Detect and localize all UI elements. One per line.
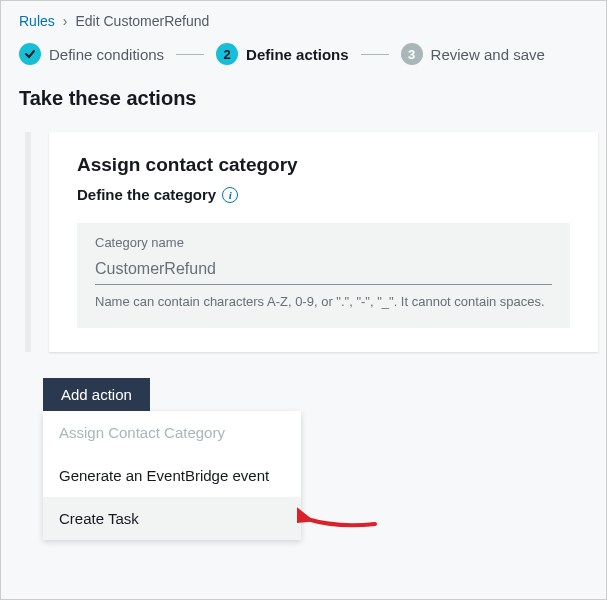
step-label: Define conditions: [49, 46, 164, 63]
info-icon[interactable]: i: [222, 187, 238, 203]
action-card-assign-category: Assign contact category Define the categ…: [49, 132, 598, 352]
step-define-actions[interactable]: 2 Define actions: [216, 43, 349, 65]
step-connector: [176, 54, 204, 55]
category-name-input[interactable]: [95, 256, 552, 285]
card-title: Assign contact category: [77, 154, 570, 176]
annotation-arrow-icon: [297, 504, 377, 534]
dropdown-item-eventbridge[interactable]: Generate an EventBridge event: [43, 454, 301, 497]
add-action-button[interactable]: Add action: [43, 378, 150, 411]
step-review-save[interactable]: 3 Review and save: [401, 43, 545, 65]
step-indicator: Define conditions 2 Define actions 3 Rev…: [19, 43, 598, 65]
field-label: Category name: [95, 235, 552, 250]
check-icon: [19, 43, 41, 65]
category-field-box: Category name Name can contain character…: [77, 223, 570, 328]
step-label: Define actions: [246, 46, 349, 63]
actions-container: Assign contact category Define the categ…: [25, 132, 598, 352]
card-subtitle: Define the category: [77, 186, 216, 203]
step-label: Review and save: [431, 46, 545, 63]
add-action-dropdown: Assign Contact Category Generate an Even…: [43, 411, 301, 540]
dropdown-item-create-task[interactable]: Create Task: [43, 497, 301, 540]
step-connector: [361, 54, 389, 55]
chevron-right-icon: ›: [63, 13, 68, 29]
step-define-conditions[interactable]: Define conditions: [19, 43, 164, 65]
dropdown-item-assign-category: Assign Contact Category: [43, 411, 301, 454]
step-number-badge: 2: [216, 43, 238, 65]
field-help-text: Name can contain characters A-Z, 0-9, or…: [95, 293, 552, 312]
breadcrumb-root[interactable]: Rules: [19, 13, 55, 29]
step-number-badge: 3: [401, 43, 423, 65]
breadcrumb-current: Edit CustomerRefund: [75, 13, 209, 29]
breadcrumb: Rules › Edit CustomerRefund: [19, 11, 598, 29]
section-title: Take these actions: [19, 87, 598, 110]
